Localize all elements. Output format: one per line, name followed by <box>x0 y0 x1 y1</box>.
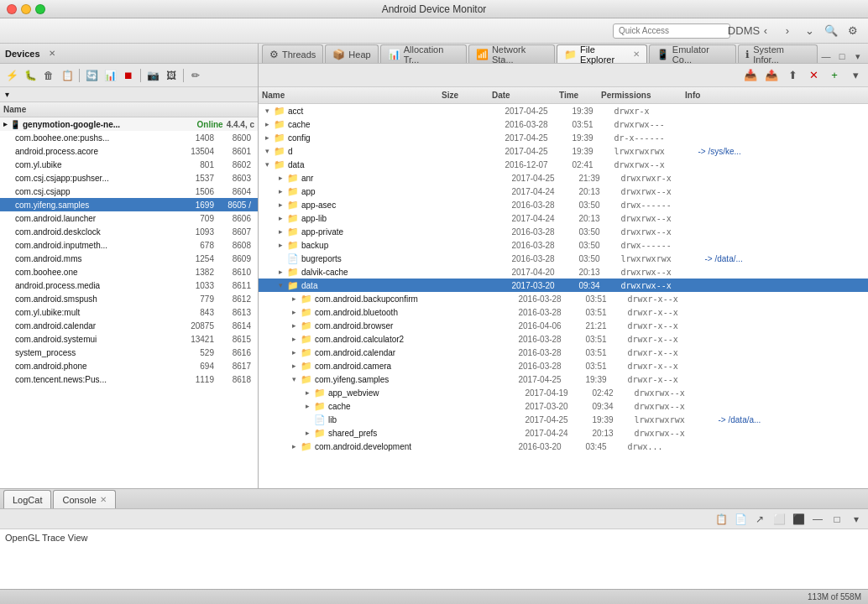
debug-btn[interactable]: 🐛 <box>22 67 39 84</box>
collapse-arrow[interactable]: ▾ <box>5 90 9 99</box>
expand-arrow[interactable]: ▸ <box>292 362 301 370</box>
device-list-item[interactable]: com.android.smspush 779 8612 <box>0 292 258 305</box>
device-list-item[interactable]: ▸ 📱 genymotion-google-ne... Online 4.4.4… <box>0 117 258 131</box>
gc-btn[interactable]: 🗑 <box>40 67 57 84</box>
file-tree-row[interactable]: ▸ 📁 com.android.calculator2 2016-03-28 0… <box>259 332 868 346</box>
expand-arrow[interactable]: ▸ <box>306 388 314 397</box>
bt-minimize-btn[interactable]: — <box>809 512 826 527</box>
maximize-button[interactable] <box>35 4 45 14</box>
expand-arrow[interactable]: ▸ <box>292 294 301 303</box>
device-list-item[interactable]: com.yl.ubike:mult 843 8613 <box>0 305 258 319</box>
device-list-item[interactable]: com.android.mms 1254 8609 <box>0 252 258 265</box>
device-list-item[interactable]: android.process.acore 13504 8601 <box>0 144 258 158</box>
expand-arrow[interactable]: ▸ <box>292 335 301 343</box>
file-tree-row[interactable]: 📄 bugreports 2016-03-28 03:50 lrwxrwxrwx… <box>259 252 868 265</box>
file-tree-row[interactable]: ▸ 📁 com.android.browser 2016-04-06 21:21… <box>259 319 868 332</box>
tabs-menu-btn[interactable]: ▾ <box>851 49 865 63</box>
chevron-left-icon[interactable]: ‹ <box>757 23 774 39</box>
file-tree-row[interactable]: ▸ 📁 app-asec 2016-03-28 03:50 drwx------ <box>259 198 868 211</box>
file-tree-row[interactable]: ▸ 📁 backup 2016-03-28 03:50 drwx------ <box>259 238 868 252</box>
expand-arrow[interactable]: ▸ <box>279 227 287 236</box>
hprof-btn[interactable]: 📋 <box>59 67 76 84</box>
ddms-button[interactable]: DDMS <box>735 23 752 39</box>
expand-arrow[interactable]: ▾ <box>265 160 274 169</box>
file-tree-row[interactable]: ▸ 📁 com.android.backupconfirm 2016-03-28… <box>259 292 868 305</box>
file-tree-row[interactable]: ▸ 📁 app_webview 2017-04-19 02:42 drwxrwx… <box>259 386 868 399</box>
device-list-item[interactable]: com.boohee.one:pushs... 1408 8600 <box>0 131 258 144</box>
file-tree-row[interactable]: ▾ 📁 acct 2017-04-25 19:39 drwxr-x <box>259 104 868 117</box>
file-tree-row[interactable]: ▸ 📁 app 2017-04-24 20:13 drwxrwx--x <box>259 185 868 198</box>
settings-icon[interactable]: ⚙ <box>844 23 861 39</box>
device-list-item[interactable]: com.android.launcher 709 8606 <box>0 211 258 225</box>
device-list-item[interactable]: system_process 529 8616 <box>0 346 258 359</box>
bt-btn-1[interactable]: 📋 <box>713 512 729 527</box>
update-threads-btn[interactable]: 🔄 <box>83 67 100 84</box>
chevron-right-icon[interactable]: › <box>779 23 796 39</box>
edit-btn[interactable]: ✏ <box>187 67 204 84</box>
device-list-item[interactable]: android.process.media 1033 8611 <box>0 279 258 292</box>
file-tree-row[interactable]: ▸ 📁 com.android.bluetooth 2016-03-28 03:… <box>259 305 868 319</box>
device-list-item[interactable]: com.yifeng.samples 1699 8605 / <box>0 198 258 211</box>
file-tree-row[interactable]: ▾ 📁 com.yifeng.samples 2017-04-25 19:39 … <box>259 372 868 386</box>
inspect-icon[interactable]: 🔍 <box>823 23 839 39</box>
file-tree-row[interactable]: ▸ 📁 cache 2016-03-28 03:51 drwxrwx--- <box>259 117 868 131</box>
device-list-item[interactable]: com.android.deskclock 1093 8607 <box>0 225 258 238</box>
device-list-item[interactable]: com.android.phone 694 8617 <box>0 359 258 372</box>
file-tree-row[interactable]: ▸ 📁 com.android.development 2016-03-20 0… <box>259 440 868 453</box>
device-list-item[interactable]: com.yl.ubike 801 8602 <box>0 158 258 171</box>
expand-arrow[interactable]: ▸ <box>292 442 301 450</box>
expand-arrow[interactable]: ▸ <box>265 120 274 128</box>
file-tree-row[interactable]: ▸ 📁 com.android.calendar 2016-03-28 03:5… <box>259 346 868 359</box>
tab-file-explorer[interactable]: 📁File Explorer✕ <box>557 44 647 63</box>
file-tree-row[interactable]: ▸ 📁 app-private 2016-03-28 03:50 drwxrwx… <box>259 225 868 238</box>
chevron-down-icon[interactable]: ⌄ <box>801 23 818 39</box>
expand-arrow[interactable]: ▾ <box>265 147 274 155</box>
bt-maximize-btn[interactable]: □ <box>829 512 845 527</box>
file-tree-row[interactable]: ▸ 📁 app-lib 2017-04-24 20:13 drwxrwx--x <box>259 211 868 225</box>
expand-arrow[interactable]: ▾ <box>292 375 301 383</box>
bottom-tab-close[interactable]: ✕ <box>100 495 107 504</box>
expand-arrow[interactable]: ▸ <box>292 348 301 357</box>
device-list-item[interactable]: com.android.systemui 13421 8615 <box>0 332 258 346</box>
close-button[interactable] <box>7 4 17 14</box>
bt-btn-3[interactable]: ↗ <box>751 512 768 527</box>
expand-arrow[interactable]: ▸ <box>292 321 301 330</box>
device-list-item[interactable]: com.android.calendar 20875 8614 <box>0 319 258 332</box>
file-tree-row[interactable]: ▸ 📁 com.android.camera 2016-03-28 03:51 … <box>259 359 868 372</box>
more-options-btn[interactable]: ▾ <box>846 66 865 85</box>
tab-network[interactable]: 📶Network Sta... <box>468 44 555 63</box>
expand-arrow[interactable]: ▸ <box>279 214 287 222</box>
file-tree-row[interactable]: ▸ 📁 cache 2017-03-20 09:34 drwxrwx--x <box>259 399 868 413</box>
tab-allocation[interactable]: 📊Allocation Tr... <box>380 44 467 63</box>
bt-btn-4[interactable]: ⬜ <box>771 512 787 527</box>
expand-arrow[interactable]: ▸ <box>279 174 287 182</box>
tabs-minimize-btn[interactable]: — <box>819 49 833 63</box>
tab-sysinfo[interactable]: ℹSystem Infor... <box>738 44 818 63</box>
screen-capture-btn[interactable]: 📷 <box>144 67 161 84</box>
devices-panel-close[interactable]: ✕ <box>49 49 55 58</box>
quick-access-input[interactable] <box>613 23 730 39</box>
dump-view-btn[interactable]: 🖼 <box>163 67 180 84</box>
device-list-item[interactable]: com.csj.csjapp:pushser... 1537 8603 <box>0 171 258 185</box>
file-tree-row[interactable]: ▾ 📁 data 2017-03-20 09:34 drwxrwx--x <box>259 279 868 292</box>
bottom-tab-logcat[interactable]: LogCat <box>3 490 51 508</box>
expand-arrow[interactable]: ▸ <box>279 200 287 209</box>
bt-menu-btn[interactable]: ▾ <box>848 512 865 527</box>
bottom-tab-console[interactable]: Console✕ <box>53 490 115 508</box>
file-tree-row[interactable]: 📄 lib 2017-04-25 19:39 lrwxrwxrwx -> /da… <box>259 413 868 426</box>
tab-heap[interactable]: 📦Heap <box>325 44 378 63</box>
new-process-btn[interactable]: ⚡ <box>3 67 20 84</box>
device-list-item[interactable]: com.android.inputmeth... 678 8608 <box>0 238 258 252</box>
device-list-item[interactable]: com.boohee.one 1382 8610 <box>0 265 258 279</box>
device-list-item[interactable]: com.tencent.news:Pus... 1119 8618 <box>0 372 258 386</box>
file-tree-row[interactable]: ▾ 📁 d 2017-04-25 19:39 lrwxrwxrwx -> /sy… <box>259 144 868 158</box>
device-list-item[interactable]: com.csj.csjapp 1506 8604 <box>0 185 258 198</box>
stop-btn[interactable]: ⏹ <box>120 67 137 84</box>
file-tree-row[interactable]: ▸ 📁 config 2017-04-25 19:39 dr-x------ <box>259 131 868 144</box>
new-folder-btn[interactable]: + <box>825 66 844 85</box>
export-file-btn[interactable]: 📤 <box>762 66 781 85</box>
tabs-maximize-btn[interactable]: □ <box>835 49 849 63</box>
expand-arrow[interactable]: ▸ <box>279 241 287 249</box>
tab-close-file-explorer[interactable]: ✕ <box>633 49 640 59</box>
import-file-btn[interactable]: 📥 <box>741 66 760 85</box>
